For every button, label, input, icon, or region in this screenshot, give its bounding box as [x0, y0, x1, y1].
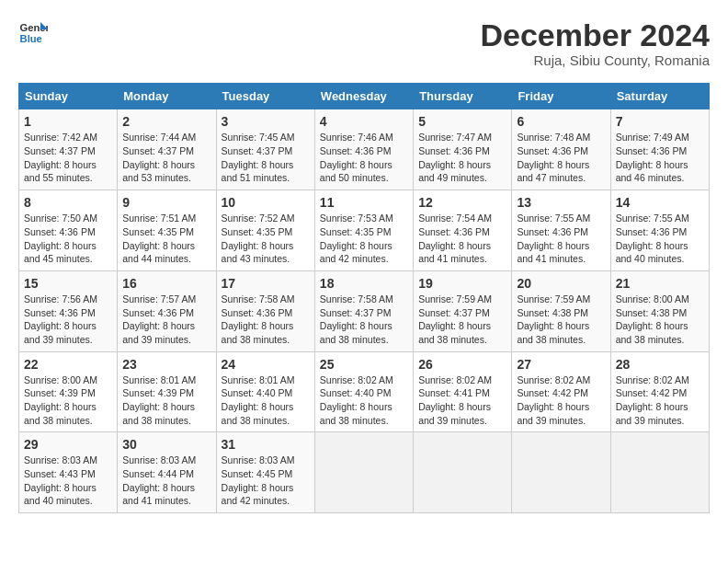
day-number: 31 — [222, 437, 310, 452]
day-number: 14 — [616, 195, 704, 210]
day-info: Sunrise: 7:48 AMSunset: 4:36 PMDaylight:… — [517, 131, 605, 185]
day-info: Sunrise: 7:46 AMSunset: 4:36 PMDaylight:… — [320, 131, 408, 185]
day-number: 4 — [320, 114, 408, 129]
day-info: Sunrise: 8:00 AMSunset: 4:39 PMDaylight:… — [24, 373, 112, 428]
day-info: Sunrise: 7:59 AMSunset: 4:37 PMDaylight:… — [418, 293, 506, 347]
header-row: SundayMondayTuesdayWednesdayThursdayFrid… — [19, 84, 710, 109]
logo-icon: General Blue — [18, 18, 48, 48]
day-number: 12 — [418, 195, 506, 210]
header-friday: Friday — [512, 84, 610, 109]
week-row-2: 8Sunrise: 7:50 AMSunset: 4:36 PMDaylight… — [19, 190, 710, 271]
calendar-cell: 5Sunrise: 7:47 AMSunset: 4:36 PMDaylight… — [414, 109, 512, 190]
day-number: 15 — [24, 276, 112, 291]
calendar-cell: 24Sunrise: 8:01 AMSunset: 4:40 PMDayligh… — [216, 351, 314, 432]
calendar-cell: 4Sunrise: 7:46 AMSunset: 4:36 PMDaylight… — [314, 109, 413, 190]
day-info: Sunrise: 8:02 AMSunset: 4:42 PMDaylight:… — [517, 373, 605, 428]
day-info: Sunrise: 7:50 AMSunset: 4:36 PMDaylight:… — [24, 212, 112, 266]
calendar-cell: 9Sunrise: 7:51 AMSunset: 4:35 PMDaylight… — [118, 190, 216, 271]
day-number: 26 — [418, 357, 506, 372]
calendar-cell: 25Sunrise: 8:02 AMSunset: 4:40 PMDayligh… — [314, 351, 413, 432]
week-row-5: 29Sunrise: 8:03 AMSunset: 4:43 PMDayligh… — [19, 432, 710, 513]
day-number: 20 — [517, 276, 605, 291]
day-number: 28 — [616, 357, 704, 372]
header-wednesday: Wednesday — [314, 84, 413, 109]
svg-text:Blue: Blue — [20, 33, 42, 44]
day-info: Sunrise: 8:03 AMSunset: 4:43 PMDaylight:… — [24, 454, 112, 508]
calendar-cell: 29Sunrise: 8:03 AMSunset: 4:43 PMDayligh… — [19, 432, 118, 513]
header-saturday: Saturday — [610, 84, 709, 109]
calendar-cell: 13Sunrise: 7:55 AMSunset: 4:36 PMDayligh… — [512, 190, 610, 271]
day-info: Sunrise: 7:49 AMSunset: 4:36 PMDaylight:… — [616, 131, 704, 185]
day-number: 6 — [517, 114, 605, 129]
day-info: Sunrise: 7:54 AMSunset: 4:36 PMDaylight:… — [418, 212, 506, 266]
calendar-table: SundayMondayTuesdayWednesdayThursdayFrid… — [18, 83, 710, 513]
calendar-cell: 3Sunrise: 7:45 AMSunset: 4:37 PMDaylight… — [216, 109, 314, 190]
day-number: 7 — [616, 114, 704, 129]
day-number: 11 — [320, 195, 408, 210]
day-number: 3 — [222, 114, 310, 129]
day-number: 13 — [517, 195, 605, 210]
calendar-cell: 27Sunrise: 8:02 AMSunset: 4:42 PMDayligh… — [512, 351, 610, 432]
day-number: 23 — [122, 357, 210, 372]
calendar-cell: 26Sunrise: 8:02 AMSunset: 4:41 PMDayligh… — [414, 351, 512, 432]
calendar-cell — [314, 432, 413, 513]
day-number: 2 — [122, 114, 210, 129]
day-info: Sunrise: 8:03 AMSunset: 4:45 PMDaylight:… — [222, 454, 310, 508]
day-number: 10 — [222, 195, 310, 210]
day-info: Sunrise: 7:53 AMSunset: 4:35 PMDaylight:… — [320, 212, 408, 266]
calendar-cell: 20Sunrise: 7:59 AMSunset: 4:38 PMDayligh… — [512, 270, 610, 351]
day-info: Sunrise: 8:03 AMSunset: 4:44 PMDaylight:… — [122, 454, 210, 508]
day-info: Sunrise: 7:57 AMSunset: 4:36 PMDaylight:… — [122, 293, 210, 347]
day-number: 21 — [616, 276, 704, 291]
calendar-cell: 16Sunrise: 7:57 AMSunset: 4:36 PMDayligh… — [118, 270, 216, 351]
day-info: Sunrise: 7:55 AMSunset: 4:36 PMDaylight:… — [616, 212, 704, 266]
calendar-cell: 22Sunrise: 8:00 AMSunset: 4:39 PMDayligh… — [19, 351, 118, 432]
day-info: Sunrise: 7:59 AMSunset: 4:38 PMDaylight:… — [517, 293, 605, 347]
calendar-cell: 7Sunrise: 7:49 AMSunset: 4:36 PMDaylight… — [610, 109, 709, 190]
header-monday: Monday — [118, 84, 216, 109]
day-info: Sunrise: 7:44 AMSunset: 4:37 PMDaylight:… — [122, 131, 210, 185]
logo: General Blue — [18, 18, 48, 48]
month-title: December 2024 — [480, 18, 710, 52]
calendar-cell: 30Sunrise: 8:03 AMSunset: 4:44 PMDayligh… — [118, 432, 216, 513]
day-number: 8 — [24, 195, 112, 210]
calendar-cell: 15Sunrise: 7:56 AMSunset: 4:36 PMDayligh… — [19, 270, 118, 351]
calendar-cell: 23Sunrise: 8:01 AMSunset: 4:39 PMDayligh… — [118, 351, 216, 432]
title-block: December 2024 Ruja, Sibiu County, Romani… — [480, 18, 710, 68]
day-info: Sunrise: 7:45 AMSunset: 4:37 PMDaylight:… — [222, 131, 310, 185]
day-number: 16 — [122, 276, 210, 291]
calendar-cell: 14Sunrise: 7:55 AMSunset: 4:36 PMDayligh… — [610, 190, 709, 271]
calendar-cell — [610, 432, 709, 513]
day-info: Sunrise: 8:02 AMSunset: 4:40 PMDaylight:… — [320, 373, 408, 428]
day-number: 19 — [418, 276, 506, 291]
day-number: 29 — [24, 437, 112, 452]
calendar-cell: 18Sunrise: 7:58 AMSunset: 4:37 PMDayligh… — [314, 270, 413, 351]
day-info: Sunrise: 8:00 AMSunset: 4:38 PMDaylight:… — [616, 293, 704, 347]
calendar-cell: 11Sunrise: 7:53 AMSunset: 4:35 PMDayligh… — [314, 190, 413, 271]
week-row-4: 22Sunrise: 8:00 AMSunset: 4:39 PMDayligh… — [19, 351, 710, 432]
calendar-cell: 1Sunrise: 7:42 AMSunset: 4:37 PMDaylight… — [19, 109, 118, 190]
day-number: 25 — [320, 357, 408, 372]
calendar-cell: 2Sunrise: 7:44 AMSunset: 4:37 PMDaylight… — [118, 109, 216, 190]
day-info: Sunrise: 7:52 AMSunset: 4:35 PMDaylight:… — [222, 212, 310, 266]
day-number: 24 — [222, 357, 310, 372]
calendar-cell: 6Sunrise: 7:48 AMSunset: 4:36 PMDaylight… — [512, 109, 610, 190]
day-number: 1 — [24, 114, 112, 129]
calendar-cell: 12Sunrise: 7:54 AMSunset: 4:36 PMDayligh… — [414, 190, 512, 271]
day-number: 30 — [122, 437, 210, 452]
day-number: 27 — [517, 357, 605, 372]
calendar-cell: 28Sunrise: 8:02 AMSunset: 4:42 PMDayligh… — [610, 351, 709, 432]
day-number: 9 — [122, 195, 210, 210]
page-header: General Blue December 2024 Ruja, Sibiu C… — [18, 18, 710, 68]
day-info: Sunrise: 7:58 AMSunset: 4:36 PMDaylight:… — [222, 293, 310, 347]
day-info: Sunrise: 8:01 AMSunset: 4:39 PMDaylight:… — [122, 373, 210, 428]
calendar-cell: 31Sunrise: 8:03 AMSunset: 4:45 PMDayligh… — [216, 432, 314, 513]
week-row-3: 15Sunrise: 7:56 AMSunset: 4:36 PMDayligh… — [19, 270, 710, 351]
day-info: Sunrise: 8:01 AMSunset: 4:40 PMDaylight:… — [222, 373, 310, 428]
calendar-cell: 8Sunrise: 7:50 AMSunset: 4:36 PMDaylight… — [19, 190, 118, 271]
location-subtitle: Ruja, Sibiu County, Romania — [480, 52, 710, 68]
day-number: 5 — [418, 114, 506, 129]
day-info: Sunrise: 7:55 AMSunset: 4:36 PMDaylight:… — [517, 212, 605, 266]
day-number: 22 — [24, 357, 112, 372]
day-info: Sunrise: 7:51 AMSunset: 4:35 PMDaylight:… — [122, 212, 210, 266]
